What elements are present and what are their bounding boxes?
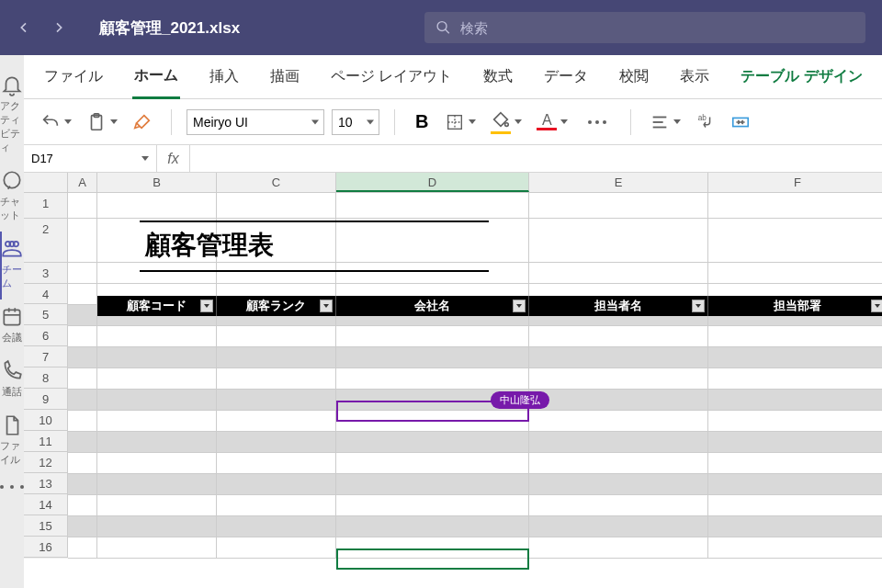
search-input[interactable] [460,20,854,36]
chat-icon [0,169,24,193]
search-icon [435,19,451,36]
spreadsheet-grid[interactable]: ABCDEFG 12345678910111213141516 顧客管理表顧客コ… [24,173,882,588]
column-header[interactable]: D [336,173,529,192]
back-icon[interactable] [17,20,31,35]
fx-label[interactable]: fx [157,145,190,172]
font-color-button[interactable]: A [533,110,571,134]
table-column-header[interactable]: 会社名 [336,296,529,316]
svg-point-0 [437,22,447,31]
grid-row[interactable] [68,432,882,453]
font-name-select[interactable] [187,109,324,135]
filter-button[interactable] [200,300,213,312]
search-box[interactable] [424,12,865,43]
sidebar-item-label: ファイル [0,439,24,467]
row-header[interactable]: 1 [24,193,68,219]
row-header[interactable]: 16 [24,537,68,558]
bold-button[interactable]: B [410,111,434,132]
row-header[interactable]: 3 [24,263,68,284]
table-column-header[interactable]: 顧客コード [97,296,217,316]
table-column-header[interactable]: 担当者名 [529,296,708,316]
sidebar-item-files[interactable]: ファイル [0,408,24,476]
font-size-select[interactable] [332,109,379,135]
more-font-button[interactable] [579,117,616,128]
merge-icon [730,112,751,132]
sidebar-more[interactable] [0,476,24,498]
filter-button[interactable] [513,300,526,312]
row-header[interactable]: 6 [24,325,68,346]
tab-home[interactable]: ホーム [132,55,180,99]
calendar-icon [0,305,24,329]
filter-button[interactable] [692,300,705,312]
row-header[interactable]: 12 [24,452,68,473]
filter-button[interactable] [320,300,333,312]
tab-view[interactable]: 表示 [678,56,711,97]
grid-row[interactable] [68,411,882,432]
svg-line-1 [446,29,449,33]
grid-row[interactable] [68,516,882,537]
sidebar-item-calls[interactable]: 通話 [0,354,24,408]
format-painter-button[interactable] [129,108,156,136]
row-header[interactable]: 4 [24,284,68,304]
tab-table-design[interactable]: テーブル デザイン [739,56,864,97]
tab-page-layout[interactable]: ページ レイアウト [329,56,454,97]
table-column-header[interactable]: 顧客ランク [217,296,336,316]
row-header[interactable]: 15 [24,515,68,537]
svg-point-5 [9,242,14,246]
merge-button[interactable] [727,108,754,136]
row-header[interactable]: 10 [24,410,68,431]
undo-button[interactable] [37,108,75,136]
column-header[interactable]: A [68,173,97,192]
column-header[interactable]: B [97,173,217,192]
filter-button[interactable] [871,300,882,312]
grid-row[interactable] [68,453,882,474]
tab-formulas[interactable]: 数式 [481,56,514,97]
table-header-label: 顧客コード [127,298,187,314]
grid-row[interactable] [68,390,882,411]
tab-draw[interactable]: 描画 [268,56,301,97]
sidebar-item-chat[interactable]: チャット [0,164,24,232]
sidebar-item-label: チャット [0,195,24,222]
column-header[interactable]: F [708,173,882,192]
font-size-input[interactable] [332,109,379,135]
tab-data[interactable]: データ [542,56,590,97]
wrap-text-button[interactable]: ab [692,108,719,136]
grid-row[interactable] [68,193,882,219]
tab-review[interactable]: 校閲 [617,56,650,97]
paste-button[interactable] [83,108,121,136]
column-header[interactable]: E [529,173,708,192]
forward-icon[interactable] [51,20,66,35]
formula-input[interactable] [190,145,882,172]
sidebar-item-teams[interactable]: チーム [0,232,23,300]
row-header[interactable]: 5 [24,304,68,325]
sidebar-item-activity[interactable]: アクティビティ [0,68,24,164]
sidebar-item-meetings[interactable]: 会議 [0,300,24,354]
grid-row[interactable] [68,474,882,495]
font-name-input[interactable] [187,109,324,135]
name-box[interactable]: D17 [24,145,157,172]
row-header[interactable]: 9 [24,389,68,410]
row-header[interactable]: 11 [24,431,68,452]
grid-row[interactable] [68,347,882,368]
clipboard-icon [86,112,107,132]
table-column-header[interactable]: 担当部署 [708,296,882,316]
row-header[interactable]: 13 [24,473,68,494]
name-box-value: D17 [31,152,53,165]
borders-button[interactable] [441,108,480,136]
grid-row[interactable] [68,537,882,559]
tab-file[interactable]: ファイル [42,56,105,97]
presence-label: 中山隆弘 [491,391,549,409]
fill-color-button[interactable] [487,107,526,138]
grid-row[interactable] [68,368,882,390]
row-header[interactable]: 14 [24,494,68,515]
align-button[interactable] [646,108,684,136]
svg-point-2 [4,172,19,187]
paint-bucket-icon [491,110,511,130]
row-header[interactable]: 2 [24,219,68,263]
grid-row[interactable] [68,495,882,516]
select-all-corner[interactable] [24,173,68,192]
row-header[interactable]: 7 [24,346,68,368]
row-header[interactable]: 8 [24,368,68,389]
grid-row[interactable] [68,326,882,347]
tab-insert[interactable]: 挿入 [208,56,241,97]
column-header[interactable]: C [217,173,336,192]
